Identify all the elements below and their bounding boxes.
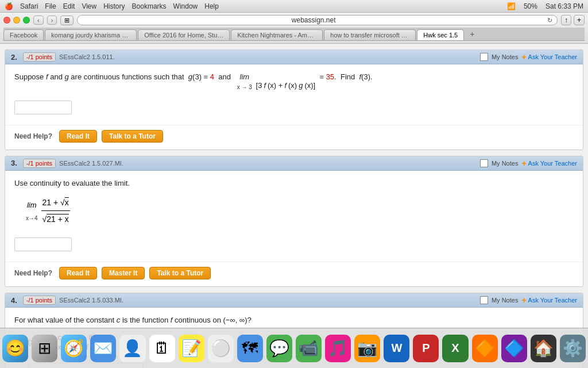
menu-bookmarks[interactable]: Bookmarks (132, 2, 167, 10)
numerator-3: 21 + √x (41, 194, 70, 211)
menu-view[interactable]: View (82, 2, 96, 10)
reload-button[interactable]: ↻ (547, 17, 552, 24)
back-button[interactable]: ‹ (33, 16, 44, 25)
menu-edit[interactable]: Edit (63, 2, 75, 10)
problem-2-talk-tutor[interactable]: Talk to a Tutor (102, 130, 163, 143)
dock-app3[interactable]: 🏠 (531, 335, 556, 362)
zoom-button[interactable] (23, 17, 30, 24)
lim-sub-2: x → 3 (237, 83, 252, 91)
problem-4-ask-teacher[interactable]: + Ask Your Teacher (521, 296, 577, 305)
dock-contacts[interactable]: 👤 (119, 335, 145, 362)
dock-launchpad[interactable]: ⊞ (32, 335, 57, 362)
notes-checkbox-3[interactable] (480, 159, 488, 167)
problem-3-math: lim x→4 21 + √x √21 + x (26, 194, 574, 227)
problem-2-points: -/1 points (23, 52, 56, 62)
dock-iphoto[interactable]: 📷 (354, 335, 380, 362)
problem-2-ask-teacher[interactable]: + Ask Your Teacher (521, 52, 577, 62)
menu-window[interactable]: Window (173, 2, 198, 10)
lim-label-2: lim (237, 71, 252, 83)
menu-help[interactable]: Help (204, 2, 219, 10)
problem-2-id: SEssCalc2 1.5.011. (59, 53, 115, 60)
problem-3-need-help: Need Help? Read It Master It Talk to a T… (5, 262, 583, 286)
minimize-button[interactable] (13, 17, 20, 24)
tab-transfer[interactable]: how to transfer microsoft word... (324, 29, 416, 40)
problem-3-answer-input[interactable] (14, 237, 72, 251)
problem-3-notes-label: My Notes (492, 160, 518, 167)
problem-3-id: SEssCalc2 1.5.027.MI. (59, 160, 123, 167)
dock-messages[interactable]: 💬 (266, 335, 292, 362)
problem-3-text: Use continuity to evaluate the limit. (14, 178, 574, 189)
main-content: 2. -/1 points SEssCalc2 1.5.011. My Note… (0, 44, 588, 368)
problem-3-master-it[interactable]: Master It (102, 267, 145, 279)
notes-checkbox-4[interactable] (480, 296, 488, 304)
new-tab-add[interactable]: + (465, 28, 479, 40)
dock-reminders[interactable]: ⚪ (208, 335, 234, 362)
ask-teacher-label: Ask Your Teacher (528, 53, 577, 60)
dock-app2[interactable]: 🔷 (501, 335, 527, 362)
ask-teacher-label-4: Ask Your Teacher (528, 297, 577, 304)
problem-3-number: 3. (11, 159, 17, 167)
ask-teacher-label-3: Ask Your Teacher (528, 160, 577, 167)
ask-plus-icon-4: + (521, 296, 526, 305)
close-button[interactable] (3, 17, 10, 24)
problem-3-header: 3. -/1 points SEssCalc2 1.5.027.MI. My N… (5, 156, 583, 171)
tab-komang[interactable]: komang jourdy kharisma pradn... (45, 29, 137, 40)
tabs-bar: Facebook komang jourdy kharisma pradn...… (3, 28, 585, 41)
tab-office[interactable]: Office 2016 for Home, Student... (138, 29, 230, 40)
tab-hwk[interactable]: Hwk sec 1.5 (417, 29, 464, 40)
problem-2-notes-label: My Notes (492, 53, 518, 60)
forward-button[interactable]: › (47, 16, 57, 25)
share-button[interactable]: ↑ (561, 15, 571, 25)
problem-4-number: 4. (11, 296, 17, 305)
problem-3-ask-teacher[interactable]: + Ask Your Teacher (521, 159, 577, 168)
problem-2-body: Suppose f and g are continuous functions… (5, 64, 583, 125)
dock-maps[interactable]: 🗺 (237, 335, 263, 362)
dock-calendar[interactable]: 🗓 (149, 335, 175, 362)
title-bar: 🍎 Safari File Edit View History Bookmark… (0, 0, 588, 13)
dock-app1[interactable]: 🔶 (472, 335, 498, 362)
problem-3-body: Use continuity to evaluate the limit. li… (5, 171, 583, 262)
problem-4-id: SEssCalc2 1.5.033.MI. (59, 297, 123, 304)
apple-menu[interactable]: 🍎 (5, 2, 13, 10)
problem-2-answer-input[interactable] (14, 101, 72, 114)
new-tab-button[interactable]: + (574, 15, 585, 25)
problem-2-read-it[interactable]: Read It (59, 130, 97, 143)
wifi-icon: 📶 (507, 2, 516, 10)
ask-plus-icon: + (521, 52, 526, 62)
menu-file[interactable]: File (45, 2, 56, 10)
fraction-3: 21 + √x √21 + x (41, 194, 70, 227)
problem-3-read-it[interactable]: Read It (59, 267, 97, 279)
problem-3: 3. -/1 points SEssCalc2 1.5.027.MI. My N… (5, 156, 583, 288)
problem-3-talk-tutor[interactable]: Talk to a Tutor (149, 267, 211, 279)
notes-checkbox[interactable] (480, 53, 488, 61)
dock-word[interactable]: W (384, 335, 409, 362)
dock-finder[interactable]: 😊 (2, 335, 28, 362)
ask-plus-icon-3: + (521, 159, 526, 168)
menu-safari[interactable]: Safari (20, 2, 38, 10)
tab-kitchen[interactable]: Kitchen Nightmares - Amy's B... (231, 29, 323, 40)
dock-itunes[interactable]: 🎵 (325, 335, 351, 362)
dock-powerpoint[interactable]: P (413, 335, 439, 362)
problem-4-points: -/1 points (23, 296, 56, 305)
dock-facetime[interactable]: 📹 (296, 335, 322, 362)
dock-safari[interactable]: 🧭 (61, 335, 87, 362)
browser-chrome: ‹ › ⊞ webassign.net ↻ ↑ + Facebook koman… (0, 13, 588, 44)
dock-mail[interactable]: ✉️ (90, 335, 116, 362)
dock-system-prefs[interactable]: ⚙️ (560, 335, 586, 362)
menu-history[interactable]: History (103, 2, 125, 10)
dock-excel[interactable]: X (442, 335, 468, 362)
problem-3-need-help-label: Need Help? (14, 269, 52, 277)
problem-2: 2. -/1 points SEssCalc2 1.5.011. My Note… (5, 49, 583, 150)
tab-facebook[interactable]: Facebook (3, 29, 44, 40)
problem-2-need-help: Need Help? Read It Talk to a Tutor (5, 125, 583, 150)
tab-view-button[interactable]: ⊞ (60, 16, 74, 25)
problem-2-number: 2. (11, 53, 17, 62)
problem-3-points: -/1 points (23, 159, 56, 168)
denominator-3: √21 + x (41, 211, 70, 227)
url-text: webassign.net (82, 16, 545, 24)
battery-indicator: 50% (524, 2, 537, 10)
problem-4-header: 4. -/1 points SEssCalc2 1.5.033.MI. My N… (5, 293, 583, 308)
address-bar[interactable]: webassign.net ↻ (77, 15, 558, 25)
dock-notes[interactable]: 📝 (179, 335, 204, 362)
clock: Sat 6:33 PM (546, 2, 583, 10)
